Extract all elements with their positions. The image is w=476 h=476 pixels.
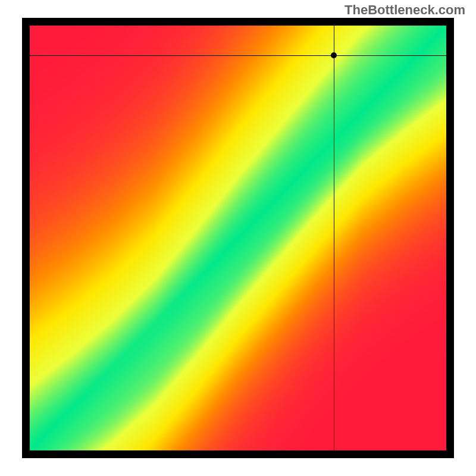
crosshair-vertical	[334, 26, 334, 450]
heatmap-plot	[30, 26, 446, 450]
crosshair-marker-icon	[331, 52, 337, 58]
watermark-label: TheBottleneck.com	[345, 2, 465, 18]
crosshair-horizontal	[30, 55, 446, 56]
heatmap-canvas	[30, 26, 446, 450]
chart-container: TheBottleneck.com	[0, 0, 476, 476]
